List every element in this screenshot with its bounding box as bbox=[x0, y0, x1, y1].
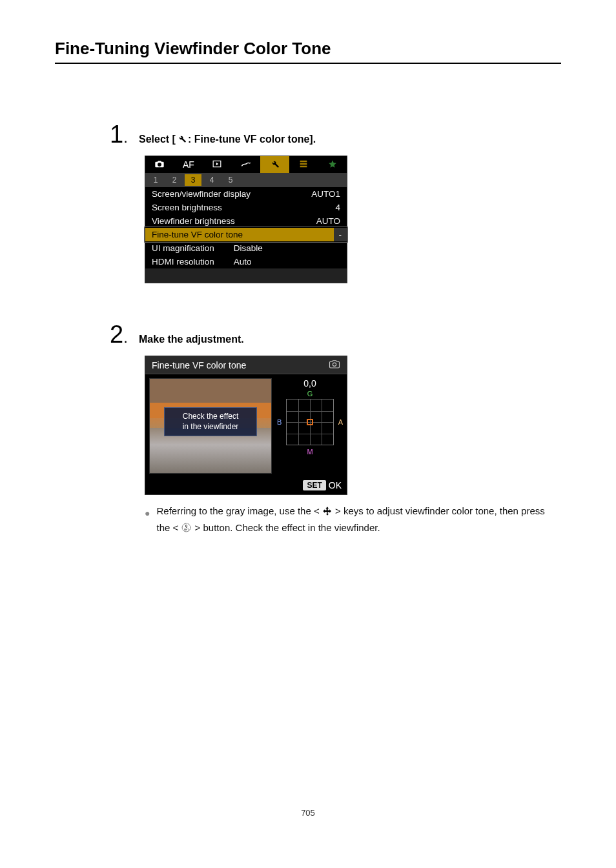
ok-label: OK bbox=[329, 480, 342, 490]
menu-row-value: AUTO1 bbox=[311, 189, 340, 199]
menu-row-label: Screen/viewfinder display bbox=[152, 189, 251, 199]
network-icon bbox=[241, 159, 251, 170]
subtab-3: 3 bbox=[185, 174, 201, 186]
menu-row-value: - bbox=[334, 228, 347, 241]
play-icon bbox=[212, 159, 221, 170]
step-2-heading: Make the adjustment. bbox=[139, 334, 244, 345]
tab-network bbox=[232, 156, 261, 173]
menu-row-screen-brightness: Screen brightness 4 bbox=[145, 201, 347, 214]
grid-label-b: B bbox=[277, 418, 282, 426]
menu-row-label: Viewfinder brightness bbox=[152, 216, 235, 226]
grid-label-g: G bbox=[307, 390, 313, 398]
tab-playback bbox=[203, 156, 232, 173]
tab-camera bbox=[145, 156, 174, 173]
menu-screenshot: AF bbox=[145, 156, 347, 283]
menu-row-vf-brightness: Viewfinder brightness AUTO bbox=[145, 214, 347, 228]
tab-mymenu bbox=[318, 156, 347, 173]
menu-row-value: Disable bbox=[234, 243, 263, 253]
menu-row-label: UI magnification bbox=[152, 243, 214, 253]
preview-image: Check the effect in the viewfinder bbox=[149, 378, 272, 474]
menu-row-hdmi-resolution: HDMI resolution Auto bbox=[145, 255, 347, 268]
svg-point-1 bbox=[333, 363, 336, 366]
menu-footer bbox=[145, 268, 347, 283]
star-icon bbox=[328, 159, 337, 170]
camera-outline-icon bbox=[329, 359, 340, 370]
multi-controller-icon bbox=[322, 506, 333, 521]
camera-icon bbox=[154, 159, 165, 170]
wrench-icon bbox=[177, 134, 187, 146]
preview-overlay-text: Check the effect in the viewfinder bbox=[164, 407, 257, 436]
menu-row-label: Screen brightness bbox=[152, 203, 222, 212]
set-badge: SET bbox=[303, 480, 325, 490]
menu-row-label: HDMI resolution bbox=[152, 257, 214, 267]
page-title: Fine-Tuning Viewfinder Color Tone bbox=[55, 39, 561, 64]
adjustment-screenshot: Fine-tune VF color tone Check the effect… bbox=[145, 356, 347, 495]
step-2-instruction: ● Referring to the gray image, use the <… bbox=[145, 504, 561, 537]
subtab-4: 4 bbox=[203, 174, 220, 186]
bullet-icon: ● bbox=[145, 507, 150, 537]
tab-setup bbox=[260, 156, 289, 173]
tab-af: AF bbox=[174, 156, 203, 173]
step-2: 2. Make the adjustment. Fine-tune VF col… bbox=[110, 322, 561, 537]
grid-label-a: A bbox=[338, 418, 343, 426]
subtab-1: 1 bbox=[147, 174, 164, 186]
menu-row-screen-vf-display: Screen/viewfinder display AUTO1 bbox=[145, 187, 347, 201]
step-number-1: 1. bbox=[110, 122, 139, 146]
color-tone-coordinates: 0,0 bbox=[303, 378, 316, 389]
custom-icon bbox=[298, 159, 309, 170]
menu-row-value: Auto bbox=[234, 257, 252, 267]
menu-row-ui-magnification: UI magnification Disable bbox=[145, 241, 347, 255]
step-number-2: 2. bbox=[110, 322, 139, 347]
svg-text:Q: Q bbox=[185, 524, 188, 527]
menu-row-fine-tune-vf: Fine-tune VF color tone - bbox=[145, 228, 347, 241]
wrench-icon bbox=[270, 159, 280, 170]
subtab-2: 2 bbox=[166, 174, 183, 186]
quick-set-button-icon: QSET bbox=[181, 522, 192, 538]
menu-row-label: Fine-tune VF color tone bbox=[152, 230, 243, 239]
svg-text:SET: SET bbox=[184, 527, 189, 530]
tab-custom bbox=[289, 156, 318, 173]
page-number: 705 bbox=[55, 808, 561, 818]
subtab-5: 5 bbox=[222, 174, 239, 186]
menu-sub-tabs: 1 2 3 4 5 bbox=[145, 173, 347, 187]
color-tone-marker bbox=[307, 419, 313, 425]
step-1: 1. Select [ : Fine-tune VF color tone]. … bbox=[110, 122, 561, 283]
menu-row-value: 4 bbox=[335, 203, 340, 212]
menu-top-tabs: AF bbox=[145, 156, 347, 173]
menu-row-value: AUTO bbox=[316, 216, 340, 226]
adj-title: Fine-tune VF color tone bbox=[152, 360, 246, 370]
grid-label-m: M bbox=[307, 448, 313, 456]
step-1-heading: Select [ : Fine-tune VF color tone]. bbox=[139, 134, 316, 146]
color-tone-grid: G M B A bbox=[278, 391, 342, 453]
